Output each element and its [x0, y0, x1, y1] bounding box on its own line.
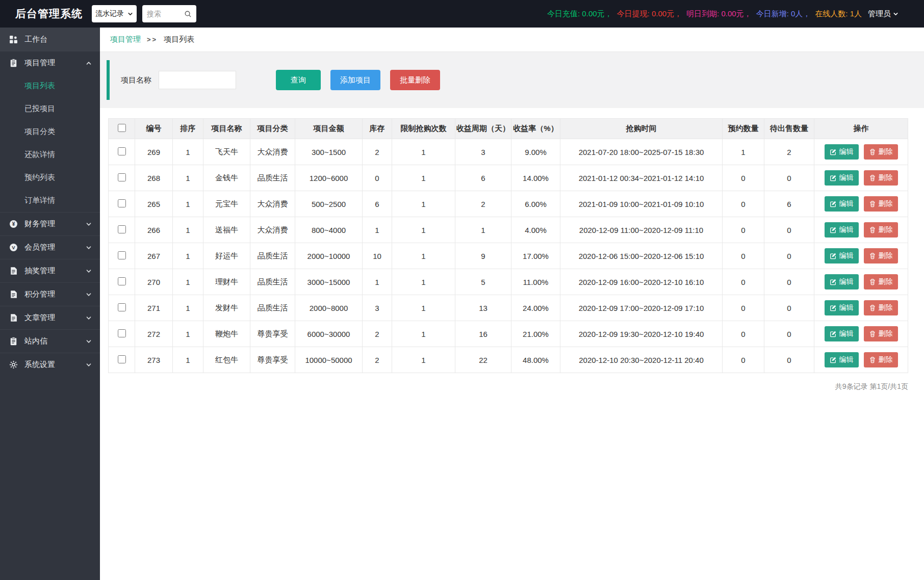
cell-id: 269 — [135, 139, 173, 165]
sidebar-item-label: 预约列表 — [24, 173, 55, 182]
row-checkbox-cell — [109, 165, 135, 191]
cell-limit: 1 — [392, 139, 455, 165]
search-input[interactable] — [147, 10, 182, 18]
breadcrumb: 项目管理 >> 项目列表 — [100, 28, 924, 52]
sidebar-item-project-management[interactable]: 项目管理 — [0, 51, 100, 74]
edit-button[interactable]: 编辑 — [825, 274, 859, 289]
trash-icon — [869, 356, 876, 363]
sidebar-item-member-management[interactable]: V会员管理 — [0, 235, 100, 259]
sidebar-item-repayment-details[interactable]: 还款详情 — [0, 143, 100, 166]
edit-button[interactable]: 编辑 — [825, 222, 859, 238]
sidebar-item-label: 已投项目 — [24, 104, 55, 114]
cell-name: 飞天牛 — [203, 139, 250, 165]
sidebar-item-order-details[interactable]: 订单详情 — [0, 189, 100, 212]
col-header-id: 编号 — [135, 119, 173, 139]
delete-button[interactable]: 删除 — [864, 274, 898, 289]
chevron-down-icon — [86, 338, 92, 345]
row-checkbox[interactable] — [118, 355, 126, 363]
cell-category: 尊贵享受 — [250, 321, 295, 347]
admin-menu[interactable]: 管理员 — [868, 9, 899, 19]
cell-time: 2021-01-09 10:00~2021-01-09 10:10 — [560, 191, 723, 217]
sidebar-item-workbench[interactable]: 工作台 — [0, 28, 100, 51]
sidebar-item-label: 会员管理 — [24, 243, 55, 252]
cell-limit: 1 — [392, 347, 455, 373]
col-header-sort: 排序 — [173, 119, 203, 139]
sidebar-item-reservation-list[interactable]: 预约列表 — [0, 166, 100, 189]
cell-time: 2020-12-09 16:00~2020-12-10 16:10 — [560, 269, 723, 295]
record-type-select[interactable]: 流水记录 — [92, 5, 137, 22]
sidebar-item-points-management[interactable]: 积分管理 — [0, 282, 100, 306]
sidebar-item-finance-management[interactable]: ¥财务管理 — [0, 212, 100, 235]
cell-stock: 10 — [363, 243, 392, 269]
table-row: 2681金钱牛品质生活1200~600001614.00%2021-01-12 … — [109, 165, 908, 191]
cell-category: 品质生活 — [250, 165, 295, 191]
sidebar-item-project-list[interactable]: 项目列表 — [0, 74, 100, 97]
row-checkbox[interactable] — [118, 199, 126, 207]
delete-button[interactable]: 删除 — [864, 352, 898, 367]
chevron-up-icon — [86, 60, 92, 66]
cell-actions: 编辑删除 — [814, 217, 908, 243]
sidebar-item-article-management[interactable]: 文章管理 — [0, 306, 100, 329]
sidebar-item-project-category[interactable]: 项目分类 — [0, 120, 100, 143]
cell-category: 品质生活 — [250, 243, 295, 269]
row-checkbox[interactable] — [118, 173, 126, 181]
project-table: 编号排序项目名称项目分类项目金额库存限制抢购次数收益周期（天）收益率（%）抢购时… — [108, 118, 908, 373]
edit-button[interactable]: 编辑 — [825, 300, 859, 315]
cell-cycle: 22 — [455, 347, 511, 373]
edit-button[interactable]: 编辑 — [825, 144, 859, 160]
edit-button[interactable]: 编辑 — [825, 248, 859, 263]
stat-online-count: 在线人数: 1人 — [815, 9, 862, 19]
cell-pending: 0 — [764, 321, 814, 347]
delete-button[interactable]: 删除 — [864, 326, 898, 341]
chevron-down-icon — [86, 245, 92, 251]
edit-button[interactable]: 编辑 — [825, 196, 859, 212]
cell-stock: 1 — [363, 217, 392, 243]
select-all-checkbox[interactable] — [118, 124, 126, 132]
delete-button[interactable]: 删除 — [864, 300, 898, 315]
row-checkbox[interactable] — [118, 303, 126, 311]
row-checkbox[interactable] — [118, 225, 126, 233]
batch-delete-button[interactable]: 批量删除 — [390, 70, 440, 90]
sidebar-item-label: 工作台 — [24, 35, 47, 44]
breadcrumb-section[interactable]: 项目管理 — [110, 35, 141, 44]
cell-cycle: 13 — [455, 295, 511, 321]
edit-button[interactable]: 编辑 — [825, 170, 859, 186]
cell-id: 270 — [135, 269, 173, 295]
cell-pending: 6 — [764, 191, 814, 217]
cell-rate: 21.00% — [511, 321, 560, 347]
edit-button[interactable]: 编辑 — [825, 352, 859, 367]
row-checkbox[interactable] — [118, 277, 126, 285]
edit-icon — [830, 356, 837, 363]
cell-reserved: 0 — [723, 217, 764, 243]
delete-button[interactable]: 删除 — [864, 170, 898, 186]
row-checkbox[interactable] — [118, 329, 126, 337]
delete-button[interactable]: 删除 — [864, 196, 898, 212]
row-checkbox-cell — [109, 321, 135, 347]
project-name-label: 项目名称 — [121, 75, 151, 85]
file-icon — [9, 313, 18, 322]
table-row: 2691飞天牛大众消费300~15002139.00%2021-07-20 18… — [109, 139, 908, 165]
row-checkbox[interactable] — [118, 251, 126, 259]
cell-reserved: 0 — [723, 295, 764, 321]
delete-button[interactable]: 删除 — [864, 222, 898, 238]
admin-label: 管理员 — [868, 9, 891, 19]
table-header-row: 编号排序项目名称项目分类项目金额库存限制抢购次数收益周期（天）收益率（%）抢购时… — [109, 119, 908, 139]
delete-button[interactable]: 删除 — [864, 248, 898, 263]
row-checkbox[interactable] — [118, 147, 126, 155]
add-project-button[interactable]: 添加项目 — [330, 70, 380, 90]
sidebar-item-site-message[interactable]: 站内信 — [0, 329, 100, 353]
delete-button[interactable]: 删除 — [864, 144, 898, 160]
edit-button[interactable]: 编辑 — [825, 326, 859, 341]
sidebar-item-system-settings[interactable]: 系统设置 — [0, 353, 100, 376]
project-name-input[interactable] — [159, 71, 236, 89]
sidebar-item-invested-projects[interactable]: 已投项目 — [0, 97, 100, 120]
sidebar-item-lottery-management[interactable]: 抽奖管理 — [0, 259, 100, 282]
stat-due-tomorrow: 明日到期: 0.00元， — [686, 9, 752, 19]
main-content: 项目管理 >> 项目列表 项目名称 查询 添加项目 批量删除 编号排 — [100, 28, 924, 580]
edit-icon — [830, 330, 837, 337]
cell-stock: 3 — [363, 295, 392, 321]
row-checkbox-cell — [109, 139, 135, 165]
query-button[interactable]: 查询 — [276, 70, 321, 90]
cell-pending: 0 — [764, 243, 814, 269]
cell-category: 品质生活 — [250, 295, 295, 321]
